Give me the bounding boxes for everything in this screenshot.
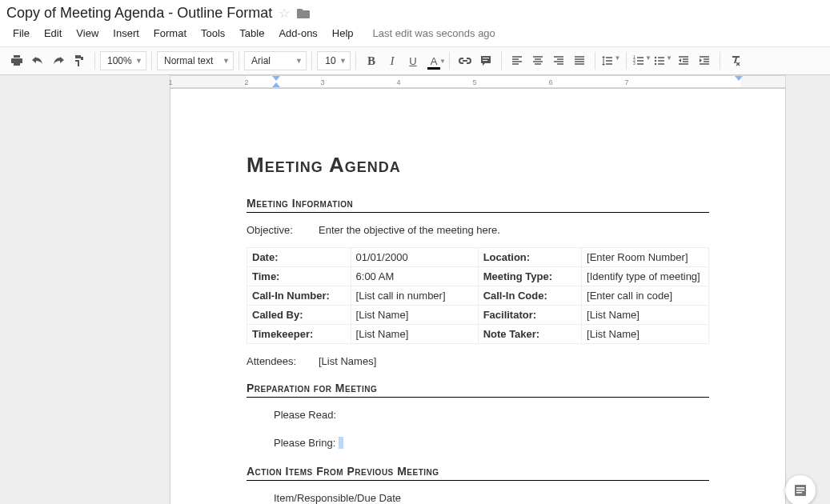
menu-insert[interactable]: Insert: [106, 25, 146, 42]
numbered-list-button[interactable]: 123▼: [632, 50, 652, 71]
star-icon[interactable]: ☆: [279, 6, 290, 21]
table-row: Time:6:00 AMMeeting Type:[Identify type …: [247, 267, 709, 286]
doc-section-preparation[interactable]: Preparation for Meeting: [247, 382, 709, 398]
prep-read-item[interactable]: Please Read:: [274, 409, 709, 421]
left-indent-marker[interactable]: [272, 82, 280, 87]
svg-text:3: 3: [633, 61, 636, 66]
attendees-label[interactable]: Attendees:: [247, 355, 319, 367]
menu-view[interactable]: View: [70, 25, 105, 42]
doc-section-action-items[interactable]: Action Items From Previous Meeting: [247, 465, 709, 481]
increase-indent-button[interactable]: [694, 50, 715, 71]
paint-format-button[interactable]: [69, 50, 90, 71]
attendees-value[interactable]: [List Names]: [319, 355, 376, 367]
editor-canvas[interactable]: Meeting Agenda Meeting Information Objec…: [0, 88, 830, 504]
undo-button[interactable]: [27, 50, 48, 71]
title-bar: Copy of Meeting Agenda - Outline Format …: [0, 0, 830, 23]
clear-formatting-button[interactable]: [725, 50, 746, 71]
prep-bring-item[interactable]: Please Bring:: [274, 437, 709, 449]
bulleted-list-button[interactable]: ▼: [652, 50, 673, 71]
toolbar: 100%▼ Normal text▼ Arial▼ 10▼ B I U A▼ ▼…: [0, 46, 830, 75]
document-page[interactable]: Meeting Agenda Meeting Information Objec…: [170, 88, 786, 504]
bold-button[interactable]: B: [361, 50, 382, 71]
table-row: Call-In Number:[List call in number]Call…: [247, 286, 709, 306]
svg-rect-7: [796, 487, 804, 489]
right-indent-marker[interactable]: [735, 76, 743, 81]
first-line-indent-marker[interactable]: [272, 76, 280, 81]
horizontal-ruler[interactable]: 1 2 3 4 5 6 7: [170, 75, 786, 88]
redo-button[interactable]: [48, 50, 69, 71]
menu-file[interactable]: File: [6, 25, 36, 42]
meeting-info-table[interactable]: Date:01/01/2000Location:[Enter Room Numb…: [247, 247, 709, 344]
svg-rect-8: [796, 490, 804, 491]
zoom-select[interactable]: 100%▼: [100, 51, 146, 70]
decrease-indent-button[interactable]: [673, 50, 694, 71]
doc-section-meeting-info[interactable]: Meeting Information: [247, 197, 709, 213]
font-select[interactable]: Arial▼: [244, 51, 307, 70]
paragraph-style-select[interactable]: Normal text▼: [157, 51, 234, 70]
svg-rect-9: [796, 492, 802, 494]
text-color-button[interactable]: A▼: [423, 50, 444, 71]
table-row: Called By:[List Name]Facilitator:[List N…: [247, 306, 709, 325]
menu-table[interactable]: Table: [233, 25, 271, 42]
menu-addons[interactable]: Add-ons: [272, 25, 323, 42]
menu-help[interactable]: Help: [326, 25, 360, 42]
italic-button[interactable]: I: [382, 50, 403, 71]
align-left-button[interactable]: [507, 50, 527, 71]
svg-point-5: [655, 63, 656, 65]
ruler-area: 1 2 3 4 5 6 7: [0, 75, 830, 88]
table-row: Date:01/01/2000Location:[Enter Room Numb…: [247, 248, 709, 267]
document-title[interactable]: Copy of Meeting Agenda - Outline Format: [6, 5, 272, 22]
line-spacing-button[interactable]: ▼: [600, 50, 621, 71]
align-center-button[interactable]: [527, 50, 548, 71]
insert-link-button[interactable]: [455, 50, 475, 71]
action-item-header-line[interactable]: Item/Responsible/Due Date: [247, 492, 709, 504]
svg-point-4: [655, 60, 656, 62]
menu-bar: File Edit View Insert Format Tools Table…: [0, 23, 830, 46]
folder-icon[interactable]: [296, 8, 311, 19]
explore-button[interactable]: [785, 475, 816, 504]
font-size-select[interactable]: 10▼: [317, 51, 351, 70]
objective-value[interactable]: Enter the objective of the meeting here.: [319, 224, 500, 236]
menu-tools[interactable]: Tools: [194, 25, 231, 42]
insert-comment-button[interactable]: [475, 50, 496, 71]
underline-button[interactable]: U: [403, 50, 423, 71]
table-row: Timekeeper:[List Name]Note Taker:[List N…: [247, 325, 709, 344]
align-right-button[interactable]: [548, 50, 569, 71]
svg-point-3: [655, 57, 656, 58]
menu-format[interactable]: Format: [147, 25, 193, 42]
align-justify-button[interactable]: [569, 50, 590, 71]
menu-edit[interactable]: Edit: [38, 25, 68, 42]
last-edit-label[interactable]: Last edit was seconds ago: [373, 27, 495, 39]
text-cursor: [339, 437, 343, 449]
doc-heading-1[interactable]: Meeting Agenda: [247, 153, 709, 178]
print-button[interactable]: [6, 50, 27, 71]
objective-label[interactable]: Objective:: [247, 224, 319, 236]
